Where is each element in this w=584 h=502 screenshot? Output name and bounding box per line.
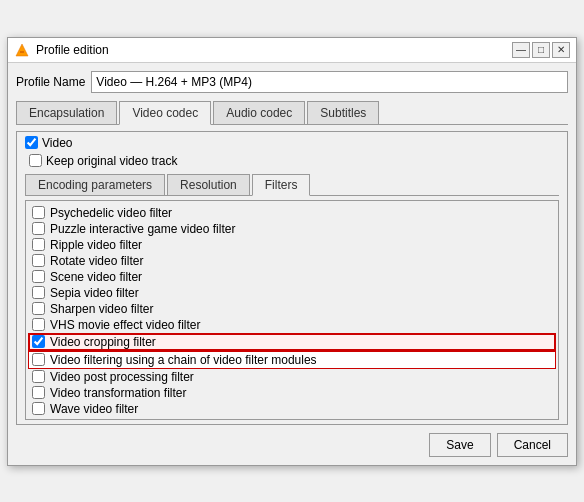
main-window: Profile edition — □ ✕ Profile Name Encap… [7,37,577,466]
titlebar: Profile edition — □ ✕ [8,38,576,63]
tab-subtitles[interactable]: Subtitles [307,101,379,124]
window-title: Profile edition [36,43,512,57]
filter-checkbox[interactable] [32,254,45,267]
video-section: Video Keep original video track Encoding… [16,131,568,425]
filter-item[interactable]: Video transformation filter [28,385,556,401]
tab-encoding-params[interactable]: Encoding parameters [25,174,165,195]
close-button[interactable]: ✕ [552,42,570,58]
minimize-button[interactable]: — [512,42,530,58]
filter-label: Video transformation filter [50,386,187,400]
video-section-title: Video [25,136,559,150]
filter-label: Video post processing filter [50,370,194,384]
bottom-buttons: Save Cancel [16,433,568,457]
video-checkbox[interactable] [25,136,38,149]
filter-checkbox[interactable] [32,370,45,383]
tab-audio-codec[interactable]: Audio codec [213,101,305,124]
filter-label: Sepia video filter [50,286,139,300]
filter-label: Scene video filter [50,270,142,284]
filter-label: Video filtering using a chain of video f… [50,353,317,367]
svg-marker-0 [16,44,28,56]
filter-label: Video cropping filter [50,335,156,349]
filter-item[interactable]: Sepia video filter [28,285,556,301]
tab-encapsulation[interactable]: Encapsulation [16,101,117,124]
filter-checkbox[interactable] [32,402,45,415]
maximize-button[interactable]: □ [532,42,550,58]
titlebar-buttons: — □ ✕ [512,42,570,58]
filter-label: Ripple video filter [50,238,142,252]
filter-item[interactable]: Puzzle interactive game video filter [28,221,556,237]
tab-video-codec[interactable]: Video codec [119,101,211,125]
profile-name-row: Profile Name [16,71,568,93]
video-checkbox-label[interactable]: Video [25,136,72,150]
filter-label: Wave video filter [50,402,138,416]
profile-name-input[interactable] [91,71,568,93]
inner-tabs: Encoding parameters Resolution Filters [25,174,559,196]
video-label: Video [42,136,72,150]
filter-label: Sharpen video filter [50,302,153,316]
filter-item[interactable]: Ripple video filter [28,237,556,253]
filter-checkbox[interactable] [32,222,45,235]
tab-resolution[interactable]: Resolution [167,174,250,195]
filter-label: Puzzle interactive game video filter [50,222,235,236]
filter-item[interactable]: Wave video filter [28,401,556,417]
keep-original-checkbox[interactable] [29,154,42,167]
filter-list-container: Psychedelic video filterPuzzle interacti… [25,200,559,420]
filter-label: VHS movie effect video filter [50,318,201,332]
filter-checkbox[interactable] [32,238,45,251]
filter-item[interactable]: Video filtering using a chain of video f… [28,351,556,369]
filter-item[interactable]: Video cropping filter [28,333,556,351]
vlc-icon [14,42,30,58]
keep-original-label[interactable]: Keep original video track [29,154,559,168]
save-button[interactable]: Save [429,433,490,457]
cancel-button[interactable]: Cancel [497,433,568,457]
filter-label: Rotate video filter [50,254,143,268]
profile-name-label: Profile Name [16,75,85,89]
filter-checkbox[interactable] [32,386,45,399]
filter-item[interactable]: Scene video filter [28,269,556,285]
filter-checkbox[interactable] [32,206,45,219]
filter-checkbox[interactable] [32,335,45,348]
filter-list[interactable]: Psychedelic video filterPuzzle interacti… [26,201,558,419]
main-tabs: Encapsulation Video codec Audio codec Su… [16,101,568,125]
filter-checkbox[interactable] [32,318,45,331]
filter-checkbox[interactable] [32,286,45,299]
filter-checkbox[interactable] [32,270,45,283]
filter-item[interactable]: Psychedelic video filter [28,205,556,221]
keep-original-text: Keep original video track [46,154,177,168]
filter-item[interactable]: Sharpen video filter [28,301,556,317]
filter-checkbox[interactable] [32,302,45,315]
svg-rect-1 [20,51,24,53]
filter-item[interactable]: Video post processing filter [28,369,556,385]
filter-item[interactable]: Rotate video filter [28,253,556,269]
window-content: Profile Name Encapsulation Video codec A… [8,63,576,465]
tab-filters[interactable]: Filters [252,174,311,196]
filter-checkbox[interactable] [32,353,45,366]
filter-label: Psychedelic video filter [50,206,172,220]
filter-item[interactable]: VHS movie effect video filter [28,317,556,333]
